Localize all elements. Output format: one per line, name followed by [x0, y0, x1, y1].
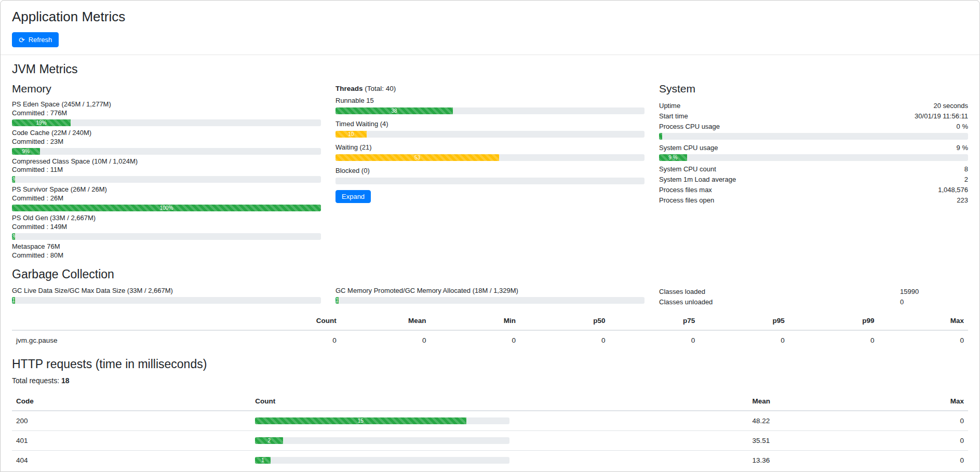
memory-item-committed: Committed : 11M	[12, 166, 321, 174]
http-code: 404	[12, 450, 251, 470]
system-row-cpu-count: System CPU count 8	[659, 164, 968, 174]
classes-loaded-value: 15990	[900, 288, 968, 295]
total-requests-label: Total requests:	[12, 376, 59, 385]
memory-progress-bar: 100%	[12, 205, 321, 211]
memory-progress-value: 9%	[22, 149, 30, 154]
memory-item-compressed-class: Compressed Class Space (10M / 1,024M) Co…	[12, 157, 321, 183]
system-row-value: 30/01/19 11:56:11	[915, 112, 968, 120]
expand-button-label: Expand	[342, 193, 365, 200]
threads-title-bold: Threads	[335, 85, 363, 92]
system-row-value: 9 %	[957, 144, 968, 152]
memory-item-survivor: PS Survivor Space (26M / 26M) Committed …	[12, 185, 321, 211]
refresh-button[interactable]: ⟳ Refresh	[12, 32, 59, 47]
memory-progress-track: 9%	[12, 148, 321, 155]
memory-item-label: Code Cache (22M / 240M)	[12, 129, 321, 138]
http-table-header-row: Code Count Mean Max	[12, 392, 968, 411]
system-row-value: 8	[964, 165, 968, 173]
http-col-mean: Mean	[748, 392, 872, 411]
memory-item-label: PS Eden Space (245M / 1,277M)	[12, 100, 321, 109]
gc-col-p95: p95	[699, 312, 789, 330]
system-row-uptime: Uptime 20 seconds	[659, 100, 968, 111]
http-count-track: 2	[255, 437, 509, 444]
memory-progress-track: 1%	[12, 233, 321, 240]
memory-item-label: PS Old Gen (33M / 2,667M)	[12, 214, 321, 223]
memory-progress-value: 1%	[12, 234, 15, 239]
http-row-404: 404 1 13.36 0	[12, 450, 968, 470]
thread-progress-track: 10	[335, 131, 645, 138]
system-row-label: Process files max	[659, 186, 712, 194]
jvm-metrics-heading: JVM Metrics	[12, 62, 968, 76]
http-count-bar: 1	[255, 457, 270, 464]
gc-live-data-progress-bar: 1	[12, 297, 15, 304]
gc-live-data-progress-track: 1	[12, 297, 321, 304]
divider	[1, 55, 979, 55]
thread-progress-value: 53	[414, 155, 420, 160]
http-count-value: 1	[261, 457, 264, 463]
gc-live-data-progress-value: 1	[12, 298, 15, 303]
memory-item-eden: PS Eden Space (245M / 1,277M) Committed …	[12, 100, 321, 126]
http-row-200: 200 15 48.22 0	[12, 411, 968, 431]
classes-unloaded-value: 0	[900, 298, 968, 306]
system-row-label: System CPU count	[659, 165, 716, 173]
gc-col-mean: Mean	[341, 312, 431, 330]
thread-item-blocked: Blocked (0)	[335, 167, 645, 184]
gc-col-min: Min	[430, 312, 520, 330]
gc-live-data-column: GC Live Data Size/GC Max Data Size (33M …	[12, 287, 321, 306]
system-row-process-cpu: Process CPU usage 0 %	[659, 121, 968, 131]
memory-progress-bar: 9%	[12, 148, 40, 155]
http-mean: 35.51	[748, 430, 872, 450]
gc-promoted-progress-track: 1	[335, 297, 645, 304]
gc-col-count: Count	[251, 312, 341, 330]
threads-column: Threads (Total: 40) Runnable 15 38 Timed…	[335, 82, 645, 203]
thread-progress-value: 10	[348, 131, 354, 137]
gc-pause-count: 0	[251, 330, 341, 350]
process-cpu-progress-track	[659, 133, 968, 140]
http-requests-heading: HTTP requests (time in milliseconds)	[12, 357, 968, 371]
total-requests-value: 18	[61, 376, 70, 385]
gc-pause-max: 0	[878, 330, 968, 350]
memory-item-label: Compressed Class Space (10M / 1,024M)	[12, 157, 321, 166]
memory-item-committed: Committed : 80M	[12, 251, 321, 260]
system-heading: System	[659, 83, 968, 95]
system-column: System Uptime 20 seconds Start time 30/0…	[659, 82, 968, 205]
gc-promoted-progress-bar: 1	[335, 297, 339, 304]
gc-pause-table: Count Mean Min p50 p75 p95 p99 Max jvm.g…	[12, 312, 968, 350]
system-row-value: 20 seconds	[934, 102, 969, 110]
http-count-track: 1	[255, 457, 509, 464]
gc-promoted-column: GC Memory Promoted/GC Memory Allocated (…	[335, 287, 645, 306]
memory-heading: Memory	[12, 83, 321, 95]
http-count-value: 15	[358, 418, 364, 424]
system-cpu-progress-value: 9 %	[668, 155, 677, 160]
memory-progress-track: 1%	[12, 176, 321, 183]
thread-item-waiting: Waiting (21) 53	[335, 143, 645, 161]
memory-progress-value: 1%	[12, 177, 15, 182]
http-max: 0	[872, 430, 968, 450]
classes-unloaded-row: Classes unloaded 0	[659, 297, 968, 307]
memory-item-committed: Committed : 776M	[12, 109, 321, 118]
http-code: 401	[12, 430, 251, 450]
gc-col-p50: p50	[520, 312, 610, 330]
memory-progress-value: 19%	[36, 120, 47, 126]
total-requests-line: Total requests: 18	[12, 376, 968, 385]
memory-progress-bar: 1%	[12, 233, 15, 240]
http-count-cell: 1	[251, 450, 748, 470]
gc-pause-p50: 0	[520, 330, 610, 350]
gc-live-data-label: GC Live Data Size/GC Max Data Size (33M …	[12, 287, 321, 295]
memory-progress-track: 100%	[12, 205, 321, 211]
thread-item-timed-waiting: Timed Waiting (4) 10	[335, 120, 645, 138]
memory-item-committed: Committed : 149M	[12, 223, 321, 232]
gc-col-p99: p99	[789, 312, 879, 330]
memory-progress-track: 19%	[12, 119, 321, 126]
threads-title: Threads (Total: 40)	[335, 85, 645, 92]
system-cpu-progress-bar: 9 %	[659, 154, 687, 161]
memory-progress-bar: 19%	[12, 119, 71, 126]
thread-progress-track: 53	[335, 154, 645, 161]
http-count-bar: 15	[255, 417, 466, 424]
system-row-label: Process CPU usage	[659, 123, 720, 130]
http-count-cell: 2	[251, 430, 748, 450]
thread-progress-value: 38	[391, 108, 397, 114]
expand-threads-button[interactable]: Expand	[335, 190, 371, 203]
page-title: Application Metrics	[12, 9, 968, 25]
memory-item-label: PS Survivor Space (26M / 26M)	[12, 185, 321, 194]
jvm-metrics-row: Memory PS Eden Space (245M / 1,277M) Com…	[12, 82, 968, 260]
